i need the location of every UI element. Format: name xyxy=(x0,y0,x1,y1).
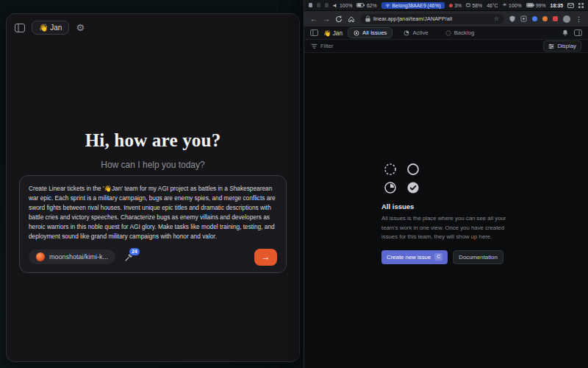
tab-active[interactable]: Active xyxy=(398,27,434,38)
volume-indicator: 100% xyxy=(333,3,353,8)
extension-icon[interactable] xyxy=(532,16,537,21)
workspace-indicator[interactable] xyxy=(309,3,312,7)
send-button[interactable]: → xyxy=(254,249,277,266)
composer-toolbar: moonshotai/kimi-k... 24 → xyxy=(29,249,277,266)
team-selector[interactable]: 👋 Jan xyxy=(32,21,69,35)
battery-icon xyxy=(526,3,534,7)
apps-grid-icon[interactable] xyxy=(578,3,584,8)
forward-button[interactable]: → xyxy=(323,15,330,23)
brightness-indicator: ☀ 100% xyxy=(502,2,521,8)
workspace-breadcrumb[interactable]: 👋 Jan xyxy=(323,29,343,37)
create-new-issue-button[interactable]: Create new issue C xyxy=(381,250,448,264)
profile-avatar[interactable] xyxy=(563,15,570,23)
system-status-bar: 100% 62% Belong38AAE9 (46%) 3% 58% 46°C xyxy=(304,0,588,11)
panel-right-toggle-icon[interactable] xyxy=(574,29,582,36)
browser-toolbar: ← → linear.app/janai/team/JANAPP/all ☆ ⋮ xyxy=(304,11,588,26)
sidebar-toggle-icon[interactable] xyxy=(15,24,25,32)
lock-icon xyxy=(365,15,370,22)
filter-button[interactable]: Filter xyxy=(311,43,333,49)
battery-icon xyxy=(356,3,365,7)
jan-titlebar: 👋 Jan ⚙ xyxy=(7,14,299,41)
empty-state: All issues All issues is the place where… xyxy=(381,162,511,264)
speaker-icon xyxy=(333,3,338,8)
team-selector-label: 👋 Jan xyxy=(39,24,62,32)
tab-backlog[interactable]: Backlog xyxy=(440,27,481,38)
shortcut-key: C xyxy=(434,253,442,261)
bell-icon[interactable] xyxy=(562,29,569,37)
hero: Hi, how are you? How can I help you toda… xyxy=(7,130,299,170)
mic-icon xyxy=(449,4,453,7)
back-button[interactable]: ← xyxy=(310,15,318,23)
sun-icon: ☀ xyxy=(502,2,506,8)
empty-state-title: All issues xyxy=(381,202,511,210)
hero-title: Hi, how are you? xyxy=(7,130,299,151)
reload-button[interactable] xyxy=(335,15,343,23)
home-button[interactable] xyxy=(348,15,355,23)
clock: 18:35 xyxy=(551,3,563,8)
mail-icon[interactable] xyxy=(567,3,574,8)
all-issues-icon xyxy=(354,30,359,36)
url-text: linear.app/janai/team/JANAPP/all xyxy=(373,15,491,22)
display-sliders-icon xyxy=(548,43,554,49)
temperature-indicator: 46°C xyxy=(487,3,498,8)
done-status-icon xyxy=(406,180,420,195)
model-selector-label: moonshotai/kimi-k... xyxy=(49,253,108,261)
battery2-indicator: 99% xyxy=(526,3,546,8)
tools-count-badge: 24 xyxy=(129,247,140,256)
workspace-indicator[interactable] xyxy=(317,3,320,7)
settings-gear-icon[interactable]: ⚙ xyxy=(76,23,85,32)
linear-issue-list: All issues All issues is the place where… xyxy=(304,53,588,368)
extensions-puzzle-icon[interactable] xyxy=(520,15,527,22)
send-arrow-icon: → xyxy=(262,252,270,262)
mic-indicator: 3% xyxy=(449,3,462,8)
linear-header-actions xyxy=(562,29,582,37)
issue-status-illustration xyxy=(383,162,511,195)
jan-chat-window: 👋 Jan ⚙ Hi, how are you? How can I help … xyxy=(6,13,300,362)
active-icon xyxy=(404,30,409,36)
extension-icon[interactable] xyxy=(553,16,558,21)
prompt-input-value: Create Linear tickets in the '👋Jan' team… xyxy=(29,184,277,242)
bookmark-star-icon[interactable]: ☆ xyxy=(494,15,499,22)
battery-indicator: 62% xyxy=(356,3,376,8)
todo-status-icon xyxy=(406,162,420,177)
in-progress-status-icon xyxy=(383,180,398,195)
filter-bar: Filter Display xyxy=(304,40,588,53)
tab-all-issues[interactable]: All Issues xyxy=(348,27,392,38)
memory-icon xyxy=(466,3,470,7)
empty-state-description: All issues is the place where you can se… xyxy=(381,214,511,242)
model-provider-icon xyxy=(36,252,45,261)
memory-indicator: 58% xyxy=(466,3,482,8)
prompt-input[interactable]: Create Linear tickets in the '👋Jan' team… xyxy=(19,175,287,273)
linear-header: 👋 Jan All Issues Active Backlog xyxy=(304,26,588,40)
hero-subtitle: How can I help you today? xyxy=(7,160,299,170)
extension-icon[interactable] xyxy=(542,16,548,21)
empty-state-actions: Create new issue C Documentation xyxy=(381,250,511,264)
model-selector[interactable]: moonshotai/kimi-k... xyxy=(29,250,115,264)
browser-window: 100% 62% Belong38AAE9 (46%) 3% 58% 46°C xyxy=(304,0,588,368)
shield-icon[interactable] xyxy=(509,15,515,22)
documentation-button[interactable]: Documentation xyxy=(453,250,503,264)
backlog-status-icon xyxy=(383,162,398,177)
workspace-indicator[interactable] xyxy=(325,3,329,7)
status-items: 100% 62% Belong38AAE9 (46%) 3% 58% 46°C xyxy=(333,2,584,9)
panel-left-toggle-icon[interactable] xyxy=(310,29,318,36)
filter-icon xyxy=(311,43,318,49)
address-bar[interactable]: linear.app/janai/team/JANAPP/all ☆ xyxy=(360,14,504,24)
wifi-icon xyxy=(385,4,390,7)
display-button[interactable]: Display xyxy=(543,40,581,52)
browser-menu-icon[interactable]: ⋮ xyxy=(576,15,582,23)
wifi-network-indicator: Belong38AAE9 (46%) xyxy=(381,2,445,9)
tools-button[interactable]: 24 xyxy=(124,252,134,262)
backlog-icon xyxy=(445,30,451,36)
